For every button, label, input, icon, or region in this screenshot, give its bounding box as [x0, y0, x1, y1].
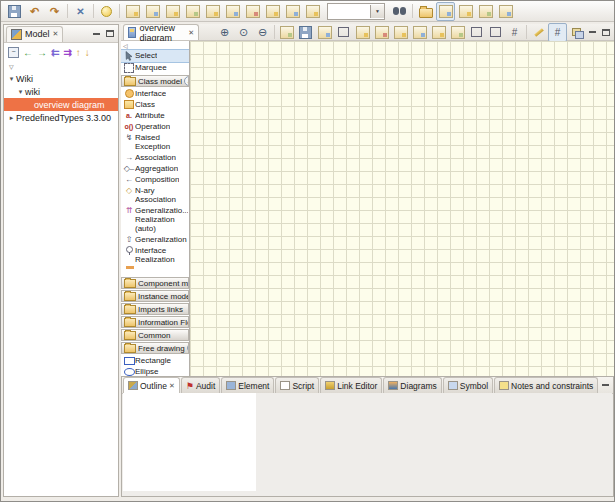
down-icon[interactable]: ↓: [85, 47, 90, 58]
tab-overview-diagram[interactable]: overview diagram ✕: [123, 24, 199, 40]
palette-tool-select[interactable]: Select: [121, 50, 189, 62]
section-toggle-icon[interactable]: ▴: [184, 76, 189, 86]
maximize-button[interactable]: [103, 28, 116, 39]
tab-element[interactable]: Element: [221, 377, 274, 393]
fit-width-button[interactable]: [486, 23, 505, 42]
palette-item-operation[interactable]: o() Operation: [121, 121, 189, 132]
palette-item-class[interactable]: Class: [121, 99, 189, 110]
delete-button[interactable]: ✕: [71, 2, 90, 21]
palette-section-class-model[interactable]: Class model ▴: [121, 75, 189, 87]
expander-icon[interactable]: ▸: [7, 114, 16, 122]
palette-item-nary-association[interactable]: ◇ N-ary Association: [121, 185, 189, 205]
create-element-button-8[interactable]: [263, 2, 282, 21]
tab-audit[interactable]: ⚑ Audit: [181, 377, 220, 393]
tab-model[interactable]: Model ✕: [6, 26, 63, 42]
palette-item-generalization-realization[interactable]: ⇈ Generalizatio... Realization (auto): [121, 205, 189, 234]
tab-script[interactable]: Script: [275, 377, 319, 393]
palette-collapse-button[interactable]: ◁: [121, 41, 189, 50]
tree-item-wiki[interactable]: ▾ wiki: [4, 85, 118, 98]
export-image-button[interactable]: [277, 23, 296, 42]
actor-button[interactable]: [429, 23, 448, 42]
palette-item-clipped[interactable]: [121, 265, 189, 276]
save-as-button[interactable]: [315, 23, 334, 42]
minimize-button[interactable]: [90, 28, 103, 39]
create-element-button-9[interactable]: [283, 2, 302, 21]
zoom-out-button[interactable]: ⊖: [253, 23, 272, 42]
palette-drawer-component-model[interactable]: Component mo...: [121, 277, 189, 289]
tree-item-predefinedtypes[interactable]: ▸ PredefinedTypes 3.3.00: [4, 111, 118, 124]
tab-symbol[interactable]: Symbol: [443, 377, 493, 393]
create-element-button-2[interactable]: [143, 2, 162, 21]
minimize-button[interactable]: [599, 380, 612, 391]
zoom-in-button[interactable]: ⊕: [215, 23, 234, 42]
redo-button[interactable]: ↷: [45, 2, 64, 21]
palette-tool-marquee[interactable]: Marquee: [121, 62, 189, 74]
undo-button[interactable]: ↶: [25, 2, 44, 21]
create-element-button-6[interactable]: [223, 2, 242, 21]
create-element-button-3[interactable]: [163, 2, 182, 21]
new-window-button[interactable]: [476, 2, 495, 21]
create-element-button-5[interactable]: [203, 2, 222, 21]
link-with-editor-button[interactable]: [436, 2, 455, 21]
palette-item-attribute[interactable]: a. Attribute: [121, 110, 189, 121]
collapse-all-icon[interactable]: −: [8, 47, 19, 58]
prev-icon[interactable]: ⇇: [51, 47, 59, 58]
palette-item-aggregation[interactable]: ◇– Aggregation: [121, 163, 189, 174]
tree-item-wiki-root[interactable]: ▾ Wiki: [4, 72, 118, 85]
fit-height-button[interactable]: [467, 23, 486, 42]
palette-item-composition[interactable]: ← Composition: [121, 174, 189, 185]
minimize-button[interactable]: [586, 27, 599, 38]
section-toggle-icon[interactable]: ▴: [187, 343, 189, 353]
back-icon[interactable]: ←: [23, 47, 33, 58]
close-icon[interactable]: ✕: [53, 30, 59, 38]
snap-grid-button[interactable]: #: [505, 23, 524, 42]
tab-link-editor[interactable]: Link Editor: [320, 377, 382, 393]
close-icon[interactable]: ✕: [188, 29, 194, 37]
outline-content[interactable]: [123, 393, 256, 491]
sync-button[interactable]: [456, 2, 475, 21]
element-wizard-button[interactable]: [448, 23, 467, 42]
hint-button[interactable]: [97, 2, 116, 21]
create-element-button-10[interactable]: [303, 2, 322, 21]
create-element-button-4[interactable]: [183, 2, 202, 21]
maximize-button[interactable]: [599, 27, 612, 38]
forward-icon[interactable]: →: [37, 47, 47, 58]
layers-button[interactable]: [567, 23, 586, 42]
format-pen-button[interactable]: [529, 23, 548, 42]
palette-drawer-information-flow[interactable]: Information Flo...: [121, 316, 189, 328]
copy-button[interactable]: [410, 23, 429, 42]
print-button[interactable]: [353, 23, 372, 42]
fit-page-button[interactable]: [334, 23, 353, 42]
save-button[interactable]: [5, 2, 24, 21]
show-grid-button[interactable]: #: [548, 23, 567, 42]
search-button[interactable]: [390, 2, 409, 21]
validate-button[interactable]: [372, 23, 391, 42]
palette-drawer-instance-model[interactable]: Instance model: [121, 290, 189, 302]
tab-outline[interactable]: Outline ✕: [123, 377, 180, 393]
palette-drawer-imports-links[interactable]: Imports links: [121, 303, 189, 315]
tab-notes-and-constraints[interactable]: Notes and constraints: [494, 377, 598, 393]
expander-icon[interactable]: ▾: [16, 88, 25, 96]
palette-item-generalization[interactable]: ⇧ Generalization: [121, 234, 189, 245]
tab-diagrams[interactable]: Diagrams: [383, 377, 441, 393]
save-diagram-button[interactable]: [296, 23, 315, 42]
up-icon[interactable]: ↑: [76, 47, 81, 58]
palette-item-association[interactable]: → Association: [121, 152, 189, 163]
palette-item-interface[interactable]: Interface: [121, 88, 189, 99]
table-button[interactable]: [496, 2, 515, 21]
next-icon[interactable]: ⇉: [63, 47, 71, 58]
create-element-button-1[interactable]: [123, 2, 142, 21]
expander-icon[interactable]: ▾: [7, 75, 16, 83]
palette-item-raised-exception[interactable]: ↯ Raised Exception: [121, 132, 189, 152]
palette-item-rectangle[interactable]: Rectangle: [121, 355, 189, 366]
zoom-actual-button[interactable]: ⊙: [234, 23, 253, 42]
palette-item-ellipse[interactable]: Ellipse: [121, 366, 189, 376]
palette-item-interface-realization[interactable]: Interface Realization: [121, 245, 189, 265]
upload-button[interactable]: [391, 23, 410, 42]
tree-item-overview-diagram[interactable]: overview diagram: [4, 98, 118, 111]
palette-drawer-common[interactable]: Common: [121, 329, 189, 341]
create-element-button-7[interactable]: [243, 2, 262, 21]
palette-drawer-free-drawing[interactable]: Free drawing ▴: [121, 342, 189, 354]
close-icon[interactable]: ✕: [169, 382, 175, 390]
search-combo[interactable]: ▼: [327, 3, 385, 20]
